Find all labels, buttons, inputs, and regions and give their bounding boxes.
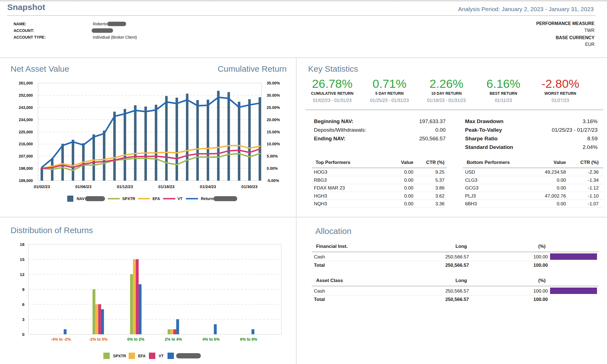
- svg-text:189,000: 189,000: [19, 178, 33, 183]
- svg-text:3: 3: [22, 317, 24, 322]
- svg-text:-4% to -2%: -4% to -2%: [51, 337, 71, 341]
- svg-text:9: 9: [22, 287, 24, 292]
- svg-text:20.00%: 20.00%: [267, 118, 280, 122]
- svg-text:15.00%: 15.00%: [267, 130, 280, 134]
- svg-text:10.00%: 10.00%: [267, 142, 280, 146]
- svg-text:261,000: 261,000: [19, 81, 33, 85]
- svg-text:SPXTR: SPXTR: [113, 354, 126, 358]
- svg-text:EFA: EFA: [153, 196, 160, 201]
- svg-text:234,000: 234,000: [19, 118, 33, 122]
- svg-text:NAV: NAV: [77, 196, 85, 201]
- svg-text:243,000: 243,000: [19, 105, 33, 110]
- svg-text:198,000: 198,000: [19, 166, 33, 171]
- svg-text:0% to 2%: 0% to 2%: [127, 337, 144, 341]
- svg-text:0: 0: [22, 332, 24, 337]
- svg-text:SPXTR: SPXTR: [122, 196, 135, 201]
- svg-text:Return: Return: [201, 196, 213, 201]
- svg-text:0.00%: 0.00%: [267, 166, 278, 171]
- svg-text:5.00%: 5.00%: [267, 154, 278, 158]
- svg-text:EFA: EFA: [138, 354, 146, 358]
- svg-text:18: 18: [20, 242, 24, 247]
- svg-text:25.00%: 25.00%: [267, 105, 280, 110]
- svg-text:VT: VT: [178, 196, 183, 201]
- svg-text:01/12/23: 01/12/23: [117, 184, 133, 189]
- svg-text:01/18/23: 01/18/23: [158, 184, 174, 189]
- svg-text:2% to 4%: 2% to 4%: [165, 337, 182, 341]
- svg-text:35.00%: 35.00%: [267, 81, 280, 85]
- svg-text:30.00%: 30.00%: [267, 93, 280, 98]
- svg-text:15: 15: [20, 257, 24, 262]
- svg-text:4% to 6%: 4% to 6%: [203, 337, 220, 341]
- svg-text:252,000: 252,000: [19, 93, 33, 98]
- svg-text:01/30/23: 01/30/23: [241, 184, 258, 189]
- svg-text:-5.00%: -5.00%: [267, 178, 279, 183]
- svg-text:-2% to 0%: -2% to 0%: [89, 337, 108, 341]
- svg-text:12: 12: [20, 272, 24, 277]
- svg-text:VT: VT: [159, 354, 164, 358]
- svg-text:01/02/23: 01/02/23: [34, 184, 50, 189]
- svg-text:225,000: 225,000: [19, 130, 33, 134]
- svg-text:6: 6: [22, 302, 24, 307]
- svg-text:01/06/23: 01/06/23: [75, 184, 91, 189]
- svg-text:01/24/23: 01/24/23: [200, 184, 216, 189]
- svg-text:216,000: 216,000: [19, 142, 33, 146]
- svg-text:6% to 8%: 6% to 8%: [240, 337, 257, 341]
- svg-text:207,000: 207,000: [19, 154, 33, 158]
